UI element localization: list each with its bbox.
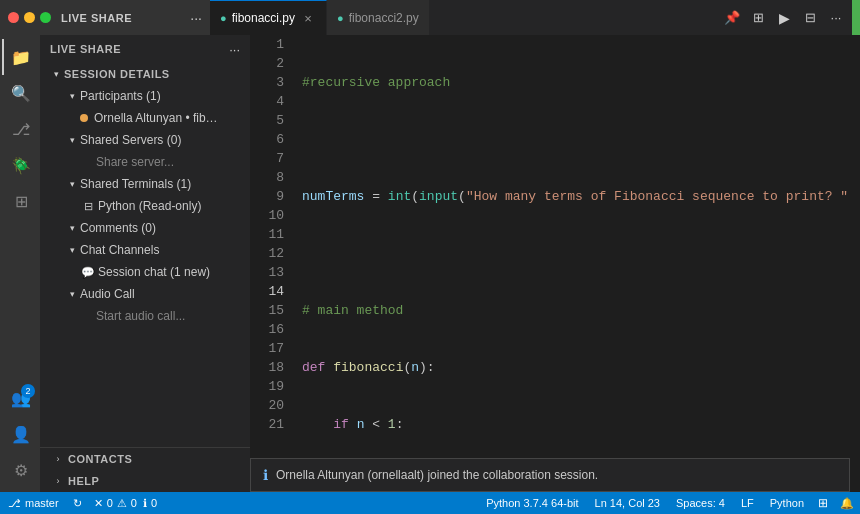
py-file-icon-2: ● [337, 12, 344, 24]
contacts-header[interactable]: › CONTACTS [40, 448, 250, 470]
terminal-icon: ⊟ [80, 198, 96, 214]
start-audio-item[interactable]: Start audio call... [40, 305, 250, 327]
tab-label-2: fibonacci2.py [349, 11, 419, 25]
titlebar-title: LIVE SHARE [61, 12, 132, 24]
status-encoding[interactable]: LF [733, 492, 762, 514]
error-icon: ✕ [94, 497, 103, 510]
activity-search[interactable]: 🔍 [2, 75, 38, 111]
code-editor[interactable]: 1 2 3 4 5 6 7 8 9 10 11 12 13 14 15 16 1 [250, 35, 860, 492]
session-chat-item[interactable]: 💬 Session chat (1 new) [40, 261, 250, 283]
more-actions-button[interactable]: ··· [824, 6, 848, 30]
tab-label-1: fibonacci.py [232, 11, 295, 25]
status-sync[interactable]: ↻ [67, 492, 88, 514]
statusbar: ⎇ master ↻ ✕ 0 ⚠ 0 ℹ 0 Python 3.7.4 64-b… [0, 492, 860, 514]
language-label: Python [770, 497, 804, 509]
status-language[interactable]: Python [762, 492, 812, 514]
tab-close-1[interactable]: × [300, 10, 316, 26]
status-bell[interactable]: 🔔 [834, 492, 860, 514]
activity-explorer[interactable]: 📁 [2, 39, 38, 75]
titlebar: LIVE SHARE ··· ● fibonacci.py × ● fibona… [0, 0, 860, 35]
status-python[interactable]: Python 3.7.4 64-bit [478, 492, 586, 514]
python-label: Python 3.7.4 64-bit [486, 497, 578, 509]
py-file-icon: ● [220, 12, 227, 24]
status-position[interactable]: Ln 14, Col 23 [587, 492, 668, 514]
remote-icon: ⊞ [818, 496, 828, 510]
notification-text: Ornella Altunyan (ornellaalt) joined the… [276, 468, 837, 482]
line-numbers: 1 2 3 4 5 6 7 8 9 10 11 12 13 14 15 16 1 [250, 35, 292, 492]
status-spaces[interactable]: Spaces: 4 [668, 492, 733, 514]
participants-item[interactable]: ▾ Participants (1) [40, 85, 250, 107]
help-chevron-icon: › [50, 473, 66, 489]
activity-settings[interactable]: ⚙ [2, 452, 38, 488]
code-content[interactable]: #recursive approach numTerms = int(input… [292, 35, 850, 492]
comments-label: Comments (0) [80, 221, 156, 235]
code-line-1: #recursive approach [302, 73, 850, 92]
status-errors[interactable]: ✕ 0 ⚠ 0 ℹ 0 [88, 492, 163, 514]
info-icon: ℹ [143, 497, 147, 510]
chat-icon: 💬 [80, 264, 96, 280]
pin-button[interactable]: 📌 [720, 6, 744, 30]
tab-fibonacci-py[interactable]: ● fibonacci.py × [210, 0, 327, 35]
split-editor-button[interactable]: ⊞ [746, 6, 770, 30]
audio-call-label: Audio Call [80, 287, 135, 301]
warning-icon: ⚠ [117, 497, 127, 510]
shared-terminals-item[interactable]: ▾ Shared Terminals (1) [40, 173, 250, 195]
notification-info-icon: ℹ [263, 467, 268, 483]
help-section: › HELP [40, 470, 250, 492]
contacts-label: CONTACTS [68, 453, 132, 465]
sidebar-ellipsis-icon[interactable]: ··· [229, 42, 240, 57]
code-line-2 [302, 130, 850, 149]
editor-area: 1 2 3 4 5 6 7 8 9 10 11 12 13 14 15 16 1 [250, 35, 860, 492]
status-remote-icon[interactable]: ⊞ [812, 492, 834, 514]
audio-chevron-icon: ▾ [64, 286, 80, 302]
code-line-7: if n < 1: [302, 415, 850, 434]
participant-name-item[interactable]: Ornella Altunyan • fib… [40, 107, 250, 129]
activity-debug[interactable]: 🪲 [2, 147, 38, 183]
activity-account[interactable]: 👤 [2, 416, 38, 452]
participant-name-label: Ornella Altunyan • fib… [94, 111, 218, 125]
minimap [850, 35, 860, 492]
tab-fibonacci2-py[interactable]: ● fibonacci2.py [327, 0, 430, 35]
audio-call-item[interactable]: ▾ Audio Call [40, 283, 250, 305]
share-server-item[interactable]: Share server... [40, 151, 250, 173]
split-layout-button[interactable]: ⊟ [798, 6, 822, 30]
main-content: 📁 🔍 ⎇ 🪲 ⊞ 👥 2 👤 ⚙ LIVE SHARE ··· ▾ [0, 35, 860, 492]
contacts-section: › CONTACTS [40, 447, 250, 470]
dot-green[interactable] [40, 12, 51, 23]
orange-dot-icon [80, 114, 88, 122]
chat-channels-item[interactable]: ▾ Chat Channels [40, 239, 250, 261]
branch-name: master [25, 497, 59, 509]
session-chat-label: Session chat (1 new) [98, 265, 210, 279]
green-indicator [852, 0, 860, 35]
session-chevron-icon: ▾ [48, 66, 64, 82]
bell-icon: 🔔 [840, 497, 854, 510]
error-count: 0 [107, 497, 113, 509]
shared-servers-label: Shared Servers (0) [80, 133, 181, 147]
session-details-item[interactable]: ▾ SESSION DETAILS [40, 63, 250, 85]
activity-remote[interactable]: 👥 2 [2, 380, 38, 416]
position-label: Ln 14, Col 23 [595, 497, 660, 509]
code-line-5: # main method [302, 301, 850, 320]
python-terminal-item[interactable]: ⊟ Python (Read-only) [40, 195, 250, 217]
window-dots [8, 12, 51, 23]
shared-servers-item[interactable]: ▾ Shared Servers (0) [40, 129, 250, 151]
warning-count: 0 [131, 497, 137, 509]
sidebar: LIVE SHARE ··· ▾ SESSION DETAILS ▾ Parti… [40, 35, 250, 492]
sidebar-title: LIVE SHARE [50, 43, 121, 55]
activity-extensions[interactable]: ⊞ [2, 183, 38, 219]
session-details-label: SESSION DETAILS [64, 68, 170, 80]
notification-badge: 2 [21, 384, 35, 398]
encoding-label: LF [741, 497, 754, 509]
sidebar-more-icon[interactable]: ··· [190, 10, 202, 26]
dot-red[interactable] [8, 12, 19, 23]
status-branch[interactable]: ⎇ master [0, 492, 67, 514]
chat-chevron-icon: ▾ [64, 242, 80, 258]
spaces-label: Spaces: 4 [676, 497, 725, 509]
dot-yellow[interactable] [24, 12, 35, 23]
activity-git[interactable]: ⎇ [2, 111, 38, 147]
comments-item[interactable]: ▾ Comments (0) [40, 217, 250, 239]
sidebar-header: LIVE SHARE ··· [40, 35, 250, 63]
help-header[interactable]: › HELP [40, 470, 250, 492]
code-line-6: def fibonacci(n): [302, 358, 850, 377]
run-button[interactable]: ▶ [772, 6, 796, 30]
